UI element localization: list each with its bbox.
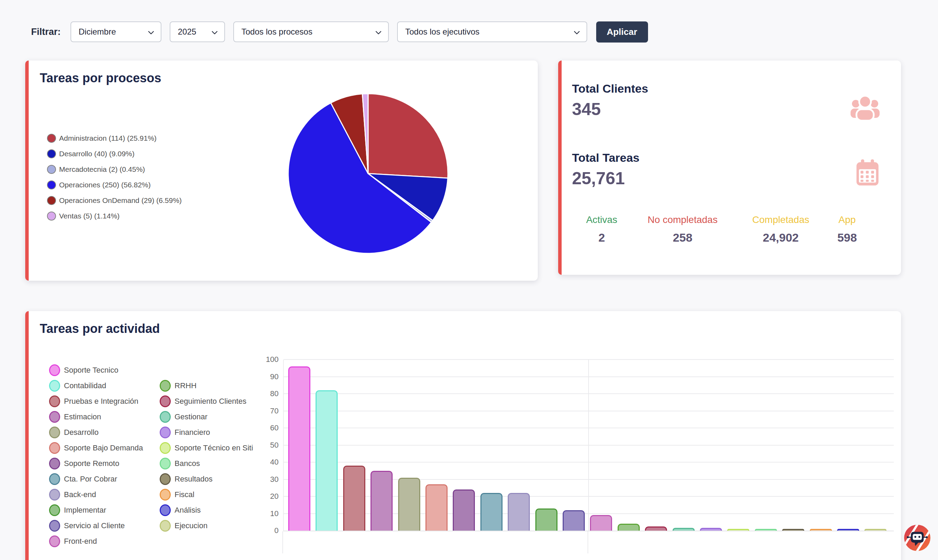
activity-legend-item[interactable]: Implementar <box>49 502 143 518</box>
stat-label: Completadas <box>752 214 809 225</box>
pie-legend-label: Mercadotecnia (2) (0.45%) <box>59 165 145 174</box>
activity-legend-label: Pruebas e Integración <box>64 397 138 406</box>
executive-select[interactable]: Todos los ejecutivos <box>397 22 587 42</box>
stat-no-completadas: No completadas258 <box>648 214 718 245</box>
tasks-by-process-card: Tareas por procesos Administracion (114)… <box>25 60 538 281</box>
bar-back-end <box>508 493 530 531</box>
stat-activas: Activas2 <box>586 214 617 245</box>
bar-soporte-t-cnico-en-siti <box>727 529 749 531</box>
activity-legend-item[interactable]: Front-end <box>49 533 143 549</box>
activity-legend-item[interactable]: Cta. Por Cobrar <box>49 471 143 487</box>
activity-legend-column-2: RRHHSeguimiento ClientesGestionarFinanci… <box>160 378 253 533</box>
activity-legend-item[interactable]: Contabilidad <box>49 378 143 393</box>
bar-cta-por-cobrar <box>480 493 503 531</box>
activity-legend-item[interactable]: Pruebas e Integración <box>49 393 143 409</box>
activity-legend-item[interactable]: Soporte Bajo Demanda <box>49 440 143 455</box>
y-axis-tick-label: 40 <box>246 458 278 467</box>
pie-legend-item[interactable]: Operaciones (250) (56.82%) <box>47 177 182 192</box>
bar-gestionar <box>673 528 695 531</box>
activity-legend-item[interactable]: RRHH <box>160 378 253 393</box>
executive-select-value: Todos los ejecutivos <box>405 27 480 37</box>
y-axis-tick-label: 90 <box>246 372 278 381</box>
pie-legend-item[interactable]: Ventas (5) (1.14%) <box>47 208 182 224</box>
legend-swatch-icon <box>47 196 56 205</box>
apply-button[interactable]: Aplicar <box>596 22 648 43</box>
pie-legend-item[interactable]: Operaciones OnDemand (29) (6.59%) <box>47 192 182 208</box>
total-tasks-value: 25,761 <box>572 168 625 188</box>
activity-legend-item[interactable]: Servicio al Cliente <box>49 518 143 533</box>
legend-swatch-icon <box>47 180 56 189</box>
legend-swatch-icon <box>47 212 56 220</box>
pie-chart[interactable] <box>285 91 451 257</box>
stat-completadas: Completadas24,902 <box>752 214 809 245</box>
stat-app: App598 <box>837 214 857 245</box>
legend-swatch-icon <box>160 520 171 532</box>
stat-label: Activas <box>586 214 617 225</box>
process-select-value: Todos los procesos <box>241 27 312 37</box>
card-accent-bar <box>558 60 561 275</box>
bar-front-end <box>590 515 612 531</box>
legend-swatch-icon <box>49 473 60 485</box>
activity-legend-item[interactable]: Análisis <box>160 502 253 518</box>
bar-chart[interactable] <box>283 360 894 531</box>
bar-an-lisis <box>837 529 859 531</box>
bar-bancos <box>755 529 777 531</box>
month-select[interactable]: Diciembre <box>71 22 161 42</box>
activity-legend-item[interactable]: Soporte Remoto <box>49 455 143 471</box>
card-accent-bar <box>25 311 29 560</box>
legend-swatch-icon <box>160 489 171 500</box>
legend-swatch-icon <box>49 380 60 392</box>
summary-card: Total Clientes 345 Total Tareas 25,761 A… <box>558 60 901 275</box>
chevron-down-icon <box>574 31 580 35</box>
activity-legend-item[interactable]: Seguimiento Clientes <box>160 393 253 409</box>
activity-legend-item[interactable]: Financiero <box>160 425 253 440</box>
activity-legend-item[interactable]: Ejecucion <box>160 518 253 533</box>
activity-legend-item[interactable]: Resultados <box>160 471 253 487</box>
activity-card-title: Tareas por actividad <box>40 322 160 336</box>
pie-legend-item[interactable]: Administracion (114) (25.91%) <box>47 130 182 146</box>
pie-legend-item[interactable]: Mercadotecnia (2) (0.45%) <box>47 162 182 177</box>
year-select-value: 2025 <box>178 27 196 37</box>
pie-legend-label: Operaciones (250) (56.82%) <box>59 181 151 189</box>
chatbot-button[interactable] <box>904 525 931 551</box>
legend-swatch-icon <box>160 426 171 438</box>
activity-legend-label: Front-end <box>64 537 97 546</box>
activity-legend-item[interactable]: Back-end <box>49 487 143 502</box>
axis-tick <box>587 531 588 554</box>
filter-bar: Filtrar: Diciembre 2025 Todos los proces… <box>31 21 648 43</box>
activity-legend-item[interactable]: Gestionar <box>160 409 253 425</box>
activity-legend-label: RRHH <box>175 381 197 390</box>
stat-value: 2 <box>586 231 617 245</box>
activity-legend-label: Análisis <box>175 506 201 515</box>
legend-swatch-icon <box>160 505 171 516</box>
y-axis-tick-label: 30 <box>246 475 278 484</box>
tasks-by-activity-card: Tareas por actividad Soporte TecnicoCont… <box>25 311 901 560</box>
activity-legend-label: Soporte Técnico en Siti <box>175 443 253 452</box>
legend-swatch-icon <box>160 380 171 392</box>
legend-swatch-icon <box>47 134 56 143</box>
bar-seguimiento-clientes <box>645 526 667 531</box>
legend-swatch-icon <box>49 411 60 423</box>
activity-legend-item[interactable]: Fiscal <box>160 487 253 502</box>
process-select[interactable]: Todos los procesos <box>233 22 389 42</box>
activity-legend-item[interactable]: Desarrollo <box>49 425 143 440</box>
activity-legend-item[interactable]: Estimacion <box>49 409 143 425</box>
year-select[interactable]: 2025 <box>170 22 225 42</box>
pie-legend-label: Ventas (5) (1.14%) <box>59 212 120 220</box>
activity-legend-item[interactable]: Soporte Técnico en Siti <box>160 440 253 455</box>
pie-legend-item[interactable]: Desarrollo (40) (9.09%) <box>47 146 182 162</box>
activity-legend-item[interactable]: Bancos <box>160 455 253 471</box>
activity-legend-label: Contabilidad <box>64 381 106 390</box>
legend-swatch-icon <box>49 365 60 376</box>
activity-legend-label: Soporte Tecnico <box>64 366 118 375</box>
y-axis-tick-label: 80 <box>246 389 278 398</box>
activity-legend-label: Implementar <box>64 506 106 515</box>
activity-legend-label: Cta. Por Cobrar <box>64 475 117 484</box>
activity-legend-label: Soporte Bajo Demanda <box>64 443 143 452</box>
legend-swatch-icon <box>47 165 56 174</box>
legend-swatch-icon <box>160 473 171 485</box>
y-axis-tick-label: 0 <box>246 526 278 535</box>
activity-legend-label: Financiero <box>175 428 210 437</box>
activity-legend-item[interactable]: Soporte Tecnico <box>49 362 143 378</box>
y-axis-tick-label: 50 <box>246 441 278 450</box>
